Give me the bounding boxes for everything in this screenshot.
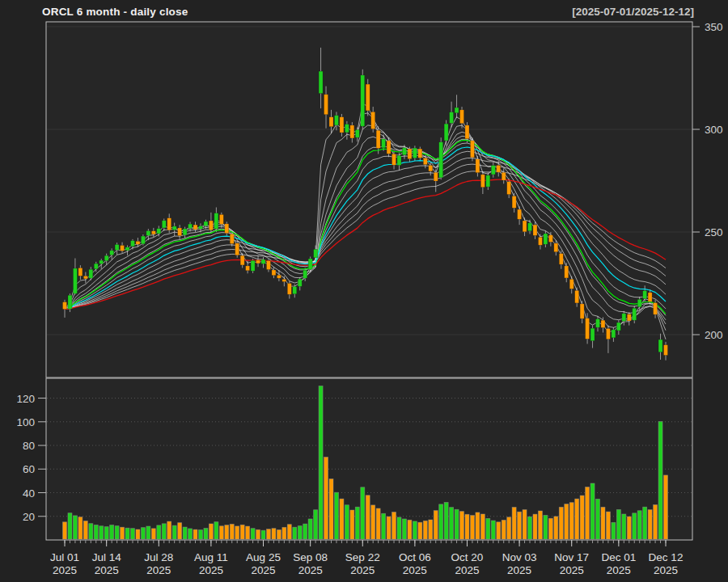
candle-down bbox=[423, 158, 427, 165]
candle-up bbox=[188, 224, 193, 228]
volume-bar bbox=[104, 527, 108, 539]
x-axis-label-date: Sep 08 bbox=[293, 551, 328, 563]
candle-down bbox=[209, 221, 213, 230]
volume-bar bbox=[654, 504, 658, 539]
candle-down bbox=[497, 165, 501, 172]
candle-down bbox=[654, 303, 658, 314]
volume-bar bbox=[533, 514, 537, 539]
volume-bar bbox=[303, 524, 307, 539]
x-axis-label-date: Nov 17 bbox=[554, 551, 589, 563]
x-axis-label-date: Dec 12 bbox=[649, 551, 684, 563]
x-axis-label-date: Nov 03 bbox=[502, 551, 537, 563]
candle-down bbox=[569, 279, 574, 289]
volume-bar bbox=[115, 526, 119, 539]
volume-axis-label: 80 bbox=[23, 440, 35, 452]
volume-bar bbox=[209, 524, 213, 539]
candle-up bbox=[115, 244, 119, 250]
candle-up bbox=[68, 295, 72, 309]
volume-bar bbox=[110, 525, 114, 539]
volume-bar bbox=[287, 525, 291, 539]
volume-bar bbox=[193, 529, 197, 539]
volume-bar bbox=[355, 507, 359, 539]
volume-bar bbox=[121, 527, 125, 539]
candle-down bbox=[235, 243, 239, 255]
volume-bar bbox=[402, 519, 406, 539]
x-axis-label-year: 2025 bbox=[53, 564, 77, 576]
candle-down bbox=[340, 117, 344, 133]
candle-up bbox=[94, 264, 98, 269]
candle-down bbox=[627, 314, 631, 321]
x-axis-label-date: Sep 22 bbox=[345, 551, 380, 563]
volume-bar bbox=[627, 517, 631, 539]
volume-bar bbox=[596, 499, 600, 539]
volume-bar bbox=[167, 521, 171, 539]
candle-down bbox=[606, 328, 610, 339]
candle-up bbox=[643, 291, 647, 299]
candle-up bbox=[214, 213, 218, 230]
candle-down bbox=[512, 196, 516, 209]
candle-down bbox=[465, 125, 469, 139]
candle-down bbox=[392, 154, 396, 165]
candle-up bbox=[345, 124, 349, 133]
candle-down bbox=[575, 290, 579, 302]
volume-bar bbox=[643, 507, 647, 539]
candle-up bbox=[334, 116, 338, 125]
candle-down bbox=[387, 141, 391, 154]
candle-down bbox=[256, 260, 260, 264]
volume-bar bbox=[366, 496, 370, 539]
candle-down bbox=[78, 268, 83, 276]
candle-up bbox=[130, 241, 134, 247]
candle-down bbox=[240, 255, 244, 265]
candle-down bbox=[533, 225, 537, 235]
volume-bar bbox=[162, 524, 166, 539]
volume-bar bbox=[580, 496, 584, 539]
volume-bar bbox=[350, 510, 354, 539]
candle-up bbox=[413, 148, 417, 158]
candle-down bbox=[63, 302, 67, 310]
x-axis-label-date: Aug 25 bbox=[246, 551, 281, 563]
volume-bar bbox=[429, 520, 433, 539]
volume-bar bbox=[214, 522, 218, 539]
volume-bar bbox=[439, 504, 443, 539]
candle-up bbox=[298, 279, 302, 286]
candle-down bbox=[429, 165, 433, 171]
x-axis-label-date: Oct 06 bbox=[399, 551, 431, 563]
volume-bar bbox=[235, 526, 239, 539]
candle-down bbox=[371, 112, 375, 129]
candle-down bbox=[664, 345, 668, 356]
candle-down bbox=[266, 261, 270, 270]
candle-down bbox=[230, 234, 234, 244]
candle-up bbox=[104, 255, 108, 260]
candle-down bbox=[324, 95, 328, 115]
candle-up bbox=[204, 221, 208, 226]
candle-down bbox=[470, 141, 474, 158]
volume-bar bbox=[616, 509, 620, 539]
volume-bar bbox=[261, 530, 265, 539]
volume-bar bbox=[648, 510, 652, 539]
candle-up bbox=[596, 319, 600, 327]
candle-up bbox=[637, 299, 641, 306]
x-axis-label-date: Aug 11 bbox=[194, 551, 228, 563]
volume-bar bbox=[476, 512, 480, 539]
candle-down bbox=[277, 275, 281, 278]
volume-bar bbox=[397, 517, 401, 539]
candle-down bbox=[408, 149, 412, 158]
candle-up bbox=[125, 247, 129, 251]
x-axis-label-year: 2025 bbox=[507, 564, 531, 576]
volume-bar bbox=[256, 529, 260, 539]
volume-bar bbox=[198, 530, 202, 539]
volume-bar bbox=[298, 526, 302, 539]
candle-up bbox=[444, 124, 448, 141]
volume-bar bbox=[565, 504, 569, 539]
x-axis-label-date: Oct 20 bbox=[451, 551, 484, 563]
volume-bar bbox=[392, 512, 396, 539]
volume-bar bbox=[548, 518, 552, 539]
candle-down bbox=[418, 149, 422, 158]
volume-bar bbox=[329, 479, 333, 539]
candle-up bbox=[293, 287, 297, 294]
volume-bar bbox=[491, 521, 495, 539]
volume-bar bbox=[68, 513, 72, 539]
volume-bar bbox=[340, 499, 344, 539]
candle-up bbox=[162, 221, 166, 228]
volume-bar bbox=[376, 508, 380, 539]
